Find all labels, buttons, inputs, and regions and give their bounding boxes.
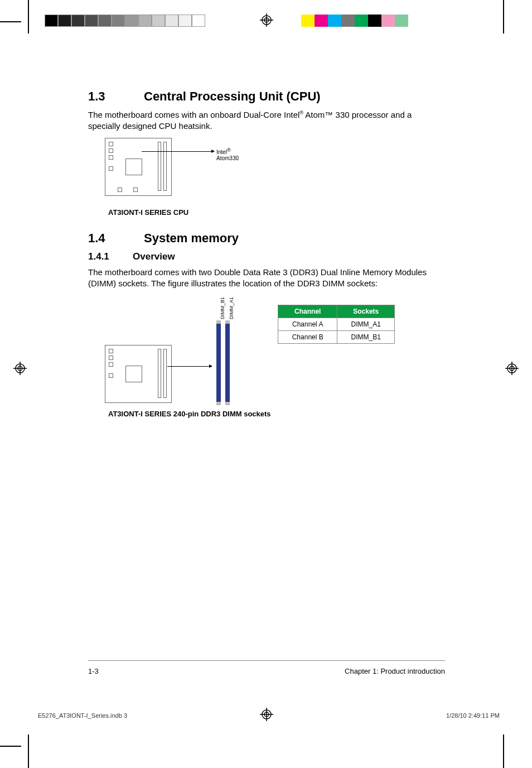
section-number: 1.4: [88, 231, 144, 246]
arrow-icon: [167, 366, 212, 367]
page-number: 1-3: [88, 667, 99, 675]
section-title: Central Processing Unit (CPU): [144, 89, 321, 103]
subsection-heading-1-4-1: 1.4.1Overview: [88, 251, 445, 262]
cpu-label: Intel® Atom330: [216, 147, 250, 161]
section-1-4-body: The motherboard comes with two Double Da…: [88, 267, 445, 290]
table-header: Sockets: [337, 305, 395, 318]
dimm-diagram-caption: AT3IONT-I SERIES 240-pin DDR3 DIMM socke…: [108, 410, 445, 418]
footer-rule: [88, 660, 445, 661]
crop-mark: [0, 746, 21, 747]
print-datetime: 1/28/10 2:49:11 PM: [446, 712, 500, 719]
dimm-diagram: DIMM_B1 DIMM_A1: [105, 299, 239, 405]
crop-mark: [503, 735, 504, 768]
dimm-slot-icon: [216, 324, 221, 402]
crop-mark: [28, 0, 29, 33]
section-number: 1.3: [88, 89, 144, 104]
color-bar-process: [301, 15, 422, 27]
section-title: System memory: [144, 231, 239, 245]
motherboard-outline-icon: [105, 138, 172, 196]
section-1-3-body: The motherboard comes with an onboard Du…: [88, 109, 445, 132]
crop-mark: [28, 735, 29, 768]
table-cell: Channel A: [278, 318, 337, 331]
table-cell: DIMM_B1: [337, 331, 395, 344]
motherboard-outline-icon: [105, 345, 172, 403]
crop-mark: [0, 21, 21, 22]
subsection-title: Overview: [133, 251, 175, 262]
table-header: Channel: [278, 305, 337, 318]
table-row: Channel B DIMM_B1: [278, 331, 395, 344]
registration-mark-icon: [505, 362, 519, 375]
chapter-title: Chapter 1: Product introduction: [345, 667, 445, 675]
dimm-label: DIMM_B1: [220, 297, 225, 319]
subsection-number: 1.4.1: [88, 251, 133, 262]
memory-channel-table: Channel Sockets Channel A DIMM_A1 Channe…: [278, 305, 395, 344]
table-cell: Channel B: [278, 331, 337, 344]
section-heading-1-4: 1.4System memory: [88, 231, 445, 246]
crop-mark: [503, 0, 504, 33]
cpu-diagram-caption: AT3IONT-I SERIES CPU: [108, 208, 445, 217]
dimm-label: DIMM_A1: [229, 297, 234, 319]
cpu-diagram: Intel® Atom330: [105, 138, 250, 205]
print-file-name: E5276_AT3IONT-I_Series.indb 3: [38, 712, 127, 719]
section-heading-1-3: 1.3Central Processing Unit (CPU): [88, 89, 445, 104]
dimm-slot-icon: [225, 324, 230, 402]
registration-mark-icon: [260, 13, 273, 27]
table-cell: DIMM_A1: [337, 318, 395, 331]
color-bar-grayscale: [45, 15, 205, 27]
arrow-icon: [142, 151, 214, 152]
registration-mark-icon: [13, 362, 27, 375]
table-row: Channel A DIMM_A1: [278, 318, 395, 331]
